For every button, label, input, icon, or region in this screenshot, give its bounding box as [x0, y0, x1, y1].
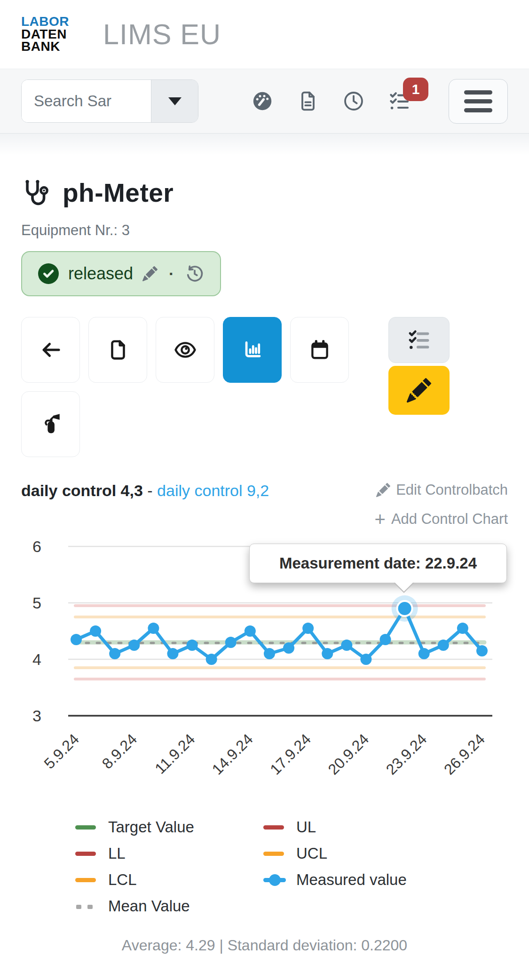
notification-badge: 1: [403, 78, 428, 101]
back-button[interactable]: [21, 317, 80, 383]
controlbatch-actions: Edit Controlbatch + Add Control Chart: [375, 482, 508, 528]
chart-tooltip: Measurement date: 22.9.24: [249, 544, 507, 583]
data-point: [187, 640, 198, 651]
data-point: [380, 634, 391, 645]
page-title: ph-Meter: [63, 178, 174, 208]
check-circle-icon: [38, 263, 59, 284]
controlbatch-link[interactable]: daily control 9,2: [157, 482, 269, 499]
legend-item-lcl[interactable]: LCL: [75, 871, 263, 889]
app-title: LIMS EU: [103, 18, 221, 51]
data-point: [438, 640, 449, 651]
logo-line-labor: LABOR: [21, 16, 69, 28]
search-scope-dropdown[interactable]: [151, 80, 198, 122]
legend-item-label: UCL: [296, 845, 327, 862]
equipment-number: Equipment Nr.: 3: [21, 222, 508, 239]
legend-item-measured-value[interactable]: Measured value: [263, 871, 508, 889]
legend-item-label: Target Value: [108, 818, 194, 836]
legend-marker-icon: [263, 846, 286, 861]
svg-text:11.9.24: 11.9.24: [151, 730, 198, 777]
data-point: [148, 623, 159, 634]
history-icon[interactable]: [185, 264, 204, 283]
legend-marker-icon: [263, 819, 286, 835]
controlbatch-separator: -: [147, 482, 152, 499]
plus-icon: +: [375, 512, 386, 526]
data-point: [245, 625, 256, 637]
control-chart-button[interactable]: [223, 317, 282, 383]
chart-legend: Target Value UL LL UCL LCL Measured valu…: [75, 818, 508, 915]
svg-text:8.9.24: 8.9.24: [99, 730, 140, 772]
edit-controlbatch-link[interactable]: Edit Controlbatch: [376, 482, 508, 498]
clock-icon[interactable]: [342, 90, 365, 112]
edit-controlbatch-label: Edit Controlbatch: [396, 482, 508, 498]
data-point: [418, 648, 430, 659]
tasks-button[interactable]: [388, 317, 450, 363]
svg-text:23.9.24: 23.9.24: [383, 730, 430, 778]
fire-extinguisher-button[interactable]: [21, 391, 80, 457]
fire-extinguisher-icon: [39, 412, 63, 436]
legend-item-target-value[interactable]: Target Value: [75, 818, 263, 836]
legend-marker-icon: [75, 872, 98, 888]
menu-icon: [464, 90, 492, 95]
data-point: [476, 645, 488, 656]
view-button[interactable]: [156, 317, 214, 383]
pencil-icon: [376, 483, 390, 497]
svg-text:17.9.24: 17.9.24: [267, 730, 314, 778]
documents-button[interactable]: [88, 317, 147, 383]
data-point: [360, 654, 371, 665]
stethoscope-icon: [21, 178, 51, 208]
controlbatch-row: daily control 4,3 - daily control 9,2 Ed…: [21, 482, 508, 528]
data-point: [283, 642, 294, 654]
control-chart: 65435.9.248.9.2411.9.2414.9.2417.9.2420.…: [0, 530, 529, 813]
labordatenbank-logo[interactable]: LABOR DATEN BANK: [21, 16, 69, 53]
svg-text:6: 6: [32, 537, 41, 555]
status-label: released: [68, 264, 133, 284]
search-input[interactable]: [22, 80, 151, 122]
legend-marker-icon: [263, 872, 286, 888]
calendar-icon: [308, 338, 332, 362]
pencil-icon: [407, 378, 431, 403]
tasks-checklist-icon[interactable]: 1: [388, 90, 411, 112]
svg-text:5: 5: [32, 594, 41, 612]
legend-item-ll[interactable]: LL: [75, 845, 263, 862]
legend-item-label: UL: [296, 818, 316, 836]
action-buttons-left: [21, 317, 350, 457]
data-point: [206, 654, 217, 665]
svg-text:5.9.24: 5.9.24: [41, 730, 82, 772]
data-point: [128, 640, 140, 651]
data-point: [109, 648, 120, 659]
status-separator: ·: [169, 265, 174, 283]
data-point: [457, 623, 468, 634]
data-point: [322, 648, 333, 659]
menu-button[interactable]: [449, 79, 508, 124]
eye-icon: [174, 338, 197, 362]
dashboard-gauge-icon[interactable]: [251, 90, 274, 112]
checklist-icon: [407, 328, 431, 352]
edit-button[interactable]: [388, 366, 450, 415]
document-icon[interactable]: [297, 90, 319, 112]
data-point: [341, 640, 352, 651]
chart-tooltip-text: Measurement date: 22.9.24: [279, 554, 477, 572]
controlbatch-title: daily control 4,3 - daily control 9,2: [21, 482, 269, 500]
legend-item-ul[interactable]: UL: [263, 818, 508, 836]
toolbar-icon-group: 1: [251, 90, 411, 112]
add-control-chart-link[interactable]: + Add Control Chart: [375, 511, 508, 528]
legend-marker-icon: [75, 846, 98, 861]
legend-item-label: LCL: [108, 871, 137, 889]
top-toolbar: 1: [0, 69, 529, 134]
legend-marker-icon: [75, 898, 98, 914]
legend-item-label: Measured value: [296, 871, 407, 889]
chart-statistics: Average: 4.29 | Standard deviation: 0.22…: [21, 937, 508, 980]
legend-item-mean-value[interactable]: Mean Value: [75, 897, 263, 915]
file-icon: [106, 338, 130, 362]
legend-item-ucl[interactable]: UCL: [263, 845, 508, 862]
search-group: [21, 79, 198, 123]
action-buttons-right: [388, 317, 450, 415]
data-point: [302, 623, 314, 634]
bar-chart-icon: [241, 338, 264, 362]
logo-line-bank: BANK: [21, 40, 69, 53]
status-edit-pencil-icon[interactable]: [142, 266, 158, 281]
svg-text:4: 4: [32, 650, 41, 668]
calendar-button[interactable]: [290, 317, 349, 383]
data-point: [71, 634, 82, 645]
data-point: [90, 625, 101, 637]
